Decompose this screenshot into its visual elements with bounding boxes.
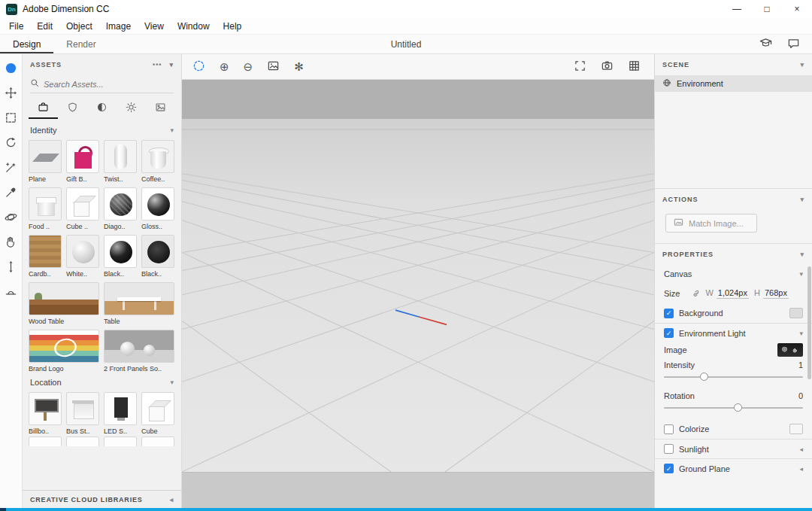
- rotation-value[interactable]: 0: [798, 391, 803, 400]
- menu-object[interactable]: Object: [59, 21, 99, 32]
- asset-item[interactable]: Coffee..: [141, 140, 174, 183]
- match-image-button[interactable]: Match Image...: [665, 214, 757, 233]
- close-button[interactable]: ×: [782, 0, 812, 18]
- intensity-slider-knob[interactable]: [700, 373, 708, 381]
- zoom-in-icon[interactable]: ⊕: [220, 61, 229, 72]
- background-checkbox[interactable]: ✓: [664, 309, 674, 318]
- pan-camera-tool[interactable]: [5, 235, 18, 248]
- education-icon[interactable]: [759, 37, 772, 52]
- camera-bookmark-icon[interactable]: [601, 59, 614, 75]
- sunlight-checkbox[interactable]: ✓: [664, 444, 674, 454]
- chevron-down-icon[interactable]: ▾: [170, 126, 174, 134]
- asset-item[interactable]: Cardb..: [29, 235, 62, 278]
- colorize-color-swatch[interactable]: [789, 424, 803, 434]
- horizon-tool[interactable]: [5, 284, 18, 298]
- sunlight-row[interactable]: ✓ Sunlight ◂: [655, 439, 812, 458]
- render-preview-icon[interactable]: [628, 59, 641, 75]
- asset-item[interactable]: White..: [66, 235, 99, 278]
- tab-design[interactable]: Design: [0, 35, 53, 53]
- menu-image[interactable]: Image: [99, 21, 138, 32]
- region-select-icon[interactable]: [192, 59, 205, 75]
- chevron-down-icon[interactable]: ▾: [799, 330, 803, 337]
- environment-image-thumbnail[interactable]: [777, 343, 803, 357]
- magic-wand-tool[interactable]: [5, 160, 18, 174]
- asset-item[interactable]: Billbo..: [29, 392, 62, 435]
- category-images-icon[interactable]: [146, 95, 175, 119]
- section-identity[interactable]: Identity ▾: [29, 120, 175, 140]
- asset-item[interactable]: Cube: [141, 392, 174, 435]
- ground-plane-row[interactable]: ✓ Ground Plane ◂: [655, 458, 812, 478]
- fullscreen-icon[interactable]: [574, 59, 586, 75]
- canvas-height-field[interactable]: 768px: [763, 288, 789, 299]
- asset-item[interactable]: Gift B..: [66, 140, 99, 183]
- menu-window[interactable]: Window: [171, 21, 217, 32]
- zoom-out-icon[interactable]: ⊖: [244, 61, 253, 72]
- asset-item[interactable]: Wood Table: [29, 282, 99, 325]
- chevron-down-icon[interactable]: ▾: [799, 270, 803, 278]
- asset-item[interactable]: Brand Logo: [29, 330, 99, 373]
- ground-plane-checkbox[interactable]: ✓: [664, 464, 674, 473]
- minimize-button[interactable]: —: [722, 0, 752, 18]
- canvas-width-field[interactable]: 1,024px: [717, 288, 749, 299]
- asset-item[interactable]: Twist..: [104, 140, 137, 183]
- menu-file[interactable]: File: [2, 21, 30, 32]
- orbit-camera-tool[interactable]: [5, 210, 18, 224]
- background-row: ✓ Background: [655, 303, 812, 323]
- asset-item[interactable]: Black..: [104, 235, 137, 278]
- environment-light-row[interactable]: ✓ Environment Light ▾: [655, 323, 812, 342]
- chevron-left-icon[interactable]: ◂: [799, 465, 803, 473]
- asset-item[interactable]: Table: [104, 282, 174, 325]
- select-tool[interactable]: [5, 61, 18, 75]
- scrollbar[interactable]: [807, 266, 811, 379]
- marquee-select-tool[interactable]: [5, 111, 18, 124]
- category-materials-icon[interactable]: [58, 95, 87, 119]
- chevron-down-icon[interactable]: ▾: [800, 61, 804, 68]
- chevron-left-icon[interactable]: ◂: [799, 446, 803, 453]
- environment-light-checkbox[interactable]: ✓: [664, 328, 674, 338]
- maximize-button[interactable]: □: [752, 0, 782, 18]
- chevron-down-icon[interactable]: ▾: [170, 379, 174, 386]
- background-color-swatch[interactable]: [789, 308, 803, 318]
- category-models-icon[interactable]: [29, 95, 58, 119]
- section-location[interactable]: Location ▾: [29, 373, 175, 392]
- chevron-down-icon[interactable]: ▾: [800, 251, 804, 258]
- menu-edit[interactable]: Edit: [30, 21, 59, 32]
- asset-item[interactable]: Diago..: [104, 187, 137, 230]
- asset-item[interactable]: Bus St..: [66, 392, 99, 435]
- render-quality-icon[interactable]: ✻: [294, 61, 304, 72]
- creative-cloud-libraries[interactable]: CREATIVE CLOUD LIBRARIES ◂: [23, 490, 181, 508]
- undo-tool[interactable]: [5, 135, 18, 149]
- menu-help[interactable]: Help: [217, 21, 249, 32]
- dolly-camera-tool[interactable]: [5, 260, 18, 273]
- intensity-value[interactable]: 1: [798, 360, 803, 370]
- intensity-slider[interactable]: [664, 373, 803, 382]
- asset-item[interactable]: LED S..: [104, 392, 137, 435]
- move-tool[interactable]: [5, 86, 18, 99]
- asset-item[interactable]: Cube ..: [66, 187, 99, 230]
- canvas-section-row[interactable]: Canvas ▾: [655, 264, 812, 284]
- asset-item[interactable]: Gloss..: [141, 187, 174, 230]
- asset-item[interactable]: 2 Front Panels So..: [104, 330, 174, 373]
- asset-item[interactable]: Black..: [141, 235, 174, 278]
- tab-render[interactable]: Render: [53, 35, 108, 53]
- category-lights-icon[interactable]: [117, 95, 146, 119]
- link-dimensions-icon[interactable]: [691, 288, 700, 299]
- asset-thumbnail: [104, 282, 174, 315]
- panel-menu-icon[interactable]: •••: [153, 61, 162, 68]
- menu-view[interactable]: View: [138, 21, 171, 32]
- chevron-left-icon[interactable]: ◂: [170, 496, 174, 503]
- search-input[interactable]: [44, 80, 174, 89]
- colorize-checkbox[interactable]: ✓: [664, 424, 674, 434]
- scene-item-environment[interactable]: Environment: [655, 75, 812, 92]
- chevron-down-icon[interactable]: ▾: [169, 61, 174, 68]
- comments-icon[interactable]: [787, 37, 800, 52]
- asset-item[interactable]: Food ..: [29, 187, 62, 230]
- chevron-down-icon[interactable]: ▾: [800, 196, 804, 203]
- asset-item[interactable]: Plane: [29, 140, 62, 183]
- viewport-canvas[interactable]: [182, 119, 654, 472]
- set-background-icon[interactable]: [267, 59, 280, 75]
- eyedropper-tool[interactable]: [5, 185, 18, 199]
- rotation-slider[interactable]: [664, 403, 803, 412]
- category-backgrounds-icon[interactable]: [87, 95, 117, 119]
- rotation-slider-knob[interactable]: [734, 403, 742, 412]
